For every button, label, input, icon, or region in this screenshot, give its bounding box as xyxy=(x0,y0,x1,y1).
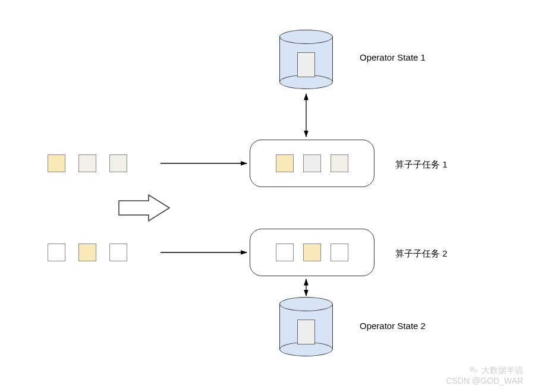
wechat-icon xyxy=(468,365,479,375)
flow-arrow-icon xyxy=(119,195,169,221)
label-subtask-2: 算子子任务 2 xyxy=(395,248,448,260)
subtask-1-container xyxy=(250,140,374,187)
item-box xyxy=(78,154,96,172)
input-stream-2 xyxy=(48,244,127,261)
item-box xyxy=(276,154,294,172)
item-box xyxy=(109,244,127,261)
watermark: 大数据羊说 CSDN @GOD_WAR xyxy=(446,365,523,386)
item-box xyxy=(276,244,294,261)
db-inner-box xyxy=(297,320,315,344)
watermark-line-1: 大数据羊说 xyxy=(482,365,523,375)
label-operator-state-1: Operator State 1 xyxy=(360,52,426,62)
arrows-layer xyxy=(0,0,535,392)
item-box xyxy=(331,244,348,261)
item-box xyxy=(109,154,127,172)
input-stream-1 xyxy=(48,154,127,172)
db-cylinder-top xyxy=(279,30,333,89)
item-box xyxy=(303,154,321,172)
item-box xyxy=(331,154,348,172)
subtask-2-container xyxy=(250,229,374,276)
item-box xyxy=(78,244,96,261)
db-cylinder-bottom xyxy=(279,297,333,356)
label-operator-state-2: Operator State 2 xyxy=(360,321,426,331)
svg-point-5 xyxy=(473,368,478,373)
item-box xyxy=(48,154,65,172)
label-subtask-1: 算子子任务 1 xyxy=(395,159,448,170)
db-inner-box xyxy=(297,52,315,77)
watermark-line-2: CSDN @GOD_WAR xyxy=(446,375,523,386)
item-box xyxy=(48,244,65,261)
item-box xyxy=(303,244,321,261)
